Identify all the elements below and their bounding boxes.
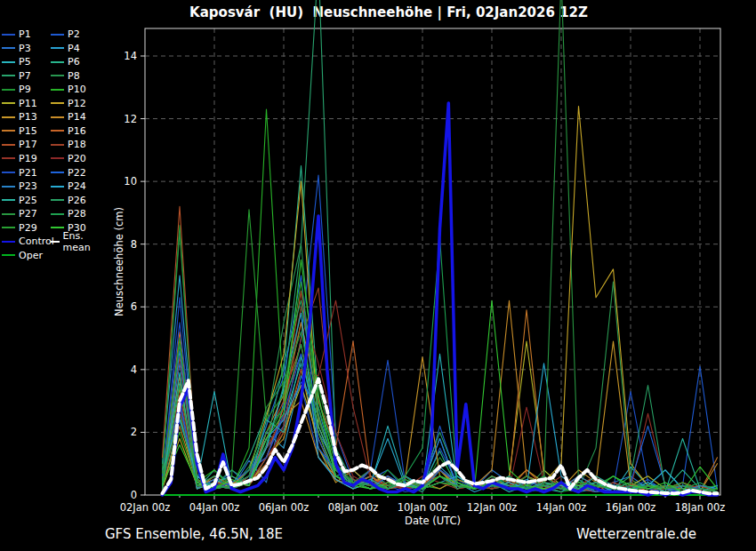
y-tick-label: 14 bbox=[124, 50, 137, 62]
x-tick-label: 02Jan 00z bbox=[120, 501, 171, 514]
series-P28 bbox=[163, 238, 718, 492]
series-P8 bbox=[163, 244, 718, 492]
series-P12 bbox=[163, 107, 718, 492]
x-tick-label: 16Jan 00z bbox=[606, 501, 656, 514]
y-tick-label: 10 bbox=[124, 175, 137, 188]
y-axis-label: Neuschneehöhe (cm) bbox=[113, 207, 125, 316]
x-tick-label: 04Jan 00z bbox=[189, 501, 240, 514]
y-tick-label: 8 bbox=[131, 238, 137, 251]
x-tick-label: 12Jan 00z bbox=[467, 501, 518, 514]
x-tick-label: 14Jan 00z bbox=[536, 501, 587, 514]
x-tick-label: 18Jan 00z bbox=[675, 501, 726, 514]
y-tick-label: 4 bbox=[131, 363, 137, 376]
series-P15 bbox=[163, 310, 718, 492]
y-tick-label: 6 bbox=[131, 300, 137, 313]
y-tick-label: 2 bbox=[131, 426, 137, 438]
x-axis-label: Date (UTC) bbox=[405, 515, 461, 527]
x-tick-label: 08Jan 00z bbox=[328, 501, 379, 514]
series-P11 bbox=[163, 341, 718, 491]
series-P18 bbox=[163, 288, 718, 491]
series-P20 bbox=[163, 307, 718, 491]
series-P13 bbox=[163, 341, 718, 491]
x-tick-label: 10Jan 00z bbox=[398, 501, 448, 514]
plot-area: 0246810121402Jan 00z04Jan 00z06Jan 00z08… bbox=[0, 0, 756, 551]
series-Control bbox=[163, 103, 718, 495]
y-tick-label: 0 bbox=[131, 489, 137, 501]
y-tick-label: 12 bbox=[124, 113, 137, 125]
wetterzentrale-gfs-ensemble-chart: Kaposvár (HU) Neuschneehöhe | Fri, 02Jan… bbox=[0, 0, 756, 551]
x-tick-label: 06Jan 00z bbox=[259, 501, 310, 514]
series-P10 bbox=[163, 109, 718, 492]
